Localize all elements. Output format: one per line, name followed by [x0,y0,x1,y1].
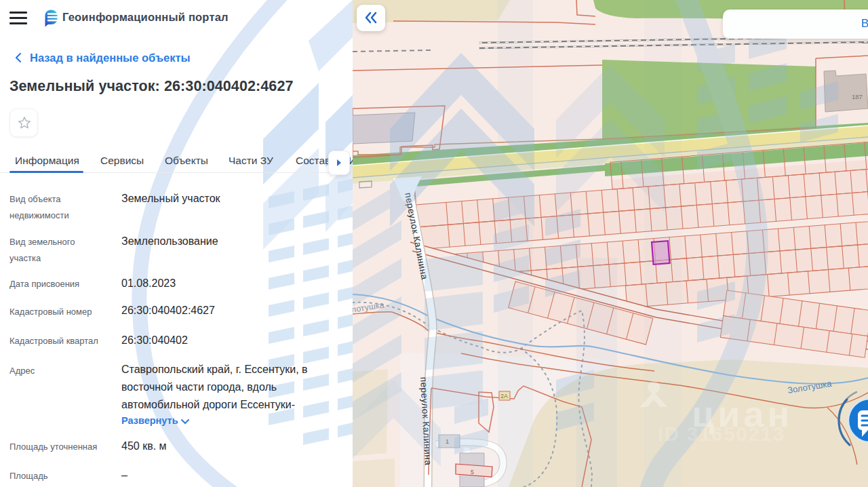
svg-text:187: 187 [852,93,863,100]
svg-text:1: 1 [446,438,449,445]
svg-text:ID 31650213: ID 31650213 [658,423,785,445]
svg-text:5: 5 [471,469,474,475]
